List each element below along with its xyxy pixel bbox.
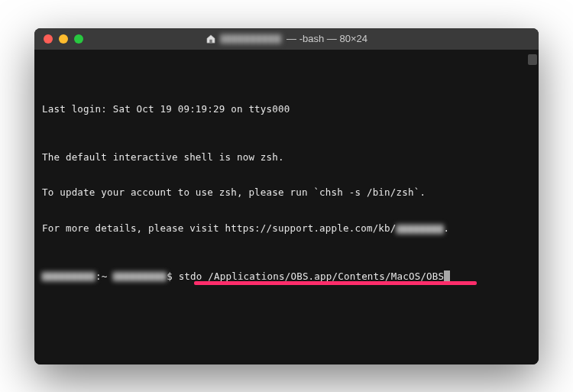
highlight-underline: [194, 281, 477, 285]
home-icon: [206, 34, 216, 44]
zsh-msg-3: For more details, please visit https://s…: [42, 222, 531, 235]
window-title: — -bash — 80×24: [34, 33, 539, 44]
title-redacted-hostname: [221, 34, 282, 44]
prompt-dollar: $: [167, 271, 178, 282]
last-login-line: Last login: Sat Oct 19 09:19:29 on ttys0…: [42, 103, 531, 115]
cursor: [444, 271, 450, 282]
close-button[interactable]: [44, 34, 53, 44]
zsh-msg-3-suffix: .: [444, 222, 450, 234]
titlebar[interactable]: — -bash — 80×24: [34, 28, 539, 50]
redacted-hostname: [42, 272, 96, 281]
traffic-lights: [44, 34, 83, 44]
zsh-msg-3-prefix: For more details, please visit https://s…: [42, 222, 397, 234]
zsh-msg-1: The default interactive shell is now zsh…: [42, 151, 531, 164]
zsh-msg-2: To update your account to use zsh, pleas…: [42, 186, 531, 199]
prompt-colon-tilde: :~: [96, 271, 113, 282]
window-title-text: — -bash — 80×24: [286, 33, 367, 44]
command-text: stdo /Applications/OBS.app/Contents/MacO…: [179, 271, 445, 282]
scrollbar[interactable]: [528, 54, 537, 65]
redacted-kb-id: [397, 225, 444, 234]
minimize-button[interactable]: [59, 34, 68, 44]
prompt-line[interactable]: :~ $ stdo /Applications/OBS.app/Contents…: [42, 271, 531, 283]
terminal-window: — -bash — 80×24 Last login: Sat Oct 19 0…: [34, 28, 539, 364]
maximize-button[interactable]: [74, 34, 83, 44]
terminal-body[interactable]: Last login: Sat Oct 19 09:19:29 on ttys0…: [34, 50, 539, 364]
redacted-username: [113, 272, 167, 281]
